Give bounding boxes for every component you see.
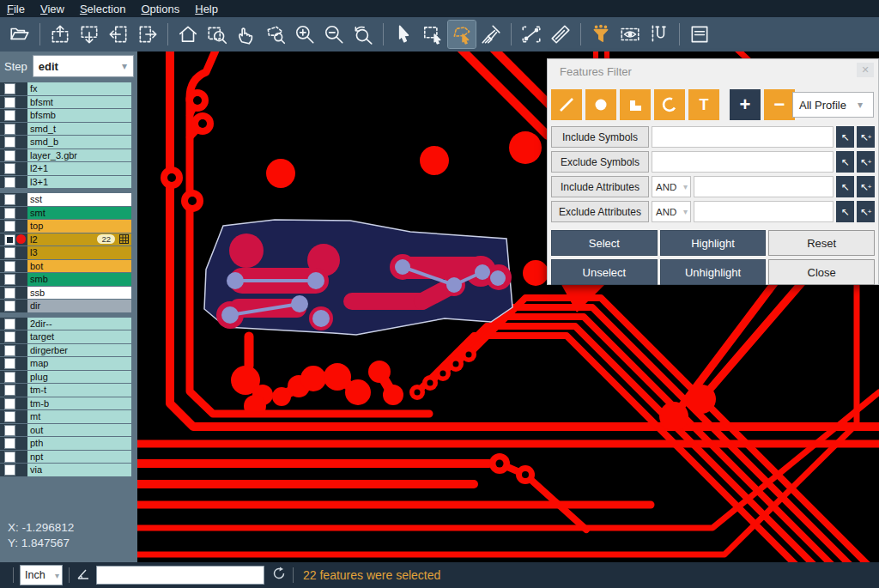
layer-name-strip[interactable]: l3	[27, 246, 131, 259]
layer-name-strip[interactable]: target	[27, 330, 131, 343]
layer-name-strip[interactable]: l222	[27, 233, 131, 246]
include-attributes-operator-dropdown[interactable]: AND ▾	[652, 176, 691, 197]
layer-checkbox[interactable]	[4, 110, 15, 121]
pan-hand-icon[interactable]	[233, 21, 260, 48]
layer-checkbox[interactable]	[4, 300, 15, 312]
refresh-icon[interactable]	[271, 566, 287, 585]
zoom-polygon-icon[interactable]	[262, 21, 289, 48]
exclude-symbols-button[interactable]: Exclude Symbols	[551, 151, 649, 173]
layer-row-bfsmb[interactable]: bfsmb	[0, 109, 137, 122]
layer-name-strip[interactable]: smd_b	[27, 136, 131, 149]
layer-row-smd_b[interactable]: smd_b	[0, 136, 137, 149]
pick-add-symbol-icon[interactable]: ↖+	[857, 151, 875, 173]
highlight-button[interactable]: Highlight	[660, 230, 767, 256]
include-attributes-input[interactable]	[694, 176, 834, 197]
layer-row-pth[interactable]: pth	[0, 437, 137, 450]
measure-icon[interactable]	[518, 21, 545, 48]
layer-checkbox[interactable]	[4, 372, 15, 383]
layer-checkbox[interactable]	[4, 438, 15, 449]
layer-checkbox[interactable]	[4, 150, 15, 161]
layer-name-strip[interactable]: ssb	[27, 287, 131, 300]
clear-brush-icon[interactable]	[477, 21, 505, 48]
layer-row-layer_3.gbr[interactable]: layer_3.gbr	[0, 149, 137, 162]
pick-add-symbol-icon[interactable]: ↖+	[857, 126, 875, 148]
layer-name-strip[interactable]: mt	[27, 410, 131, 423]
layer-row-2dir--[interactable]: 2dir--	[0, 318, 137, 330]
menu-help[interactable]: Help	[195, 3, 218, 15]
menu-view[interactable]: View	[40, 3, 64, 15]
layer-checkbox[interactable]	[4, 234, 15, 246]
layer-checkbox[interactable]	[4, 425, 15, 436]
layer-checkbox[interactable]	[4, 288, 15, 299]
layer-checkbox[interactable]	[4, 247, 15, 258]
select-polygon-icon[interactable]	[448, 21, 476, 48]
remove-filter-button[interactable]: −	[764, 89, 795, 120]
unselect-button[interactable]: Unselect	[551, 259, 658, 285]
layer-checkbox[interactable]	[4, 261, 15, 272]
units-dropdown[interactable]: Inch ▾	[20, 565, 63, 585]
open-folder-icon[interactable]	[6, 21, 33, 48]
layer-row-l2+1[interactable]: l2+1	[0, 162, 137, 175]
include-symbols-button[interactable]: Include Symbols	[551, 126, 649, 148]
layer-row-ssb[interactable]: ssb	[0, 287, 137, 300]
layer-checkbox[interactable]	[4, 163, 15, 174]
layer-checkbox[interactable]	[4, 452, 15, 463]
layer-checkbox[interactable]	[4, 318, 15, 330]
layer-row-smb[interactable]: smb	[0, 273, 137, 286]
layer-checkbox[interactable]	[4, 221, 15, 232]
layer-checkbox[interactable]	[4, 274, 15, 285]
exclude-attributes-operator-dropdown[interactable]: AND ▾	[652, 201, 691, 222]
layer-row-smd_t[interactable]: smd_t	[0, 123, 137, 136]
text-feature-icon[interactable]: T	[688, 89, 719, 120]
command-input[interactable]	[96, 566, 264, 585]
layer-row-dir[interactable]: dir	[0, 300, 137, 312]
zoom-in-icon[interactable]	[291, 21, 318, 48]
layer-checkbox[interactable]	[4, 194, 15, 205]
exclude-symbols-input[interactable]	[652, 151, 834, 173]
close-icon[interactable]: ✕	[857, 63, 874, 77]
step-dropdown[interactable]: edit ▾	[33, 55, 134, 77]
layer-row-dirgerber[interactable]: dirgerber	[0, 344, 137, 357]
surface-feature-icon[interactable]	[620, 89, 651, 120]
layer-name-strip[interactable]: map	[27, 357, 131, 370]
layer-name-strip[interactable]: 2dir--	[27, 318, 131, 330]
include-attributes-button[interactable]: Include Attributes	[551, 176, 649, 197]
arc-feature-icon[interactable]	[654, 89, 685, 120]
layer-name-strip[interactable]: dir	[27, 300, 131, 312]
layer-row-tm-t[interactable]: tm-t	[0, 384, 137, 397]
exclude-attributes-input[interactable]	[694, 201, 834, 222]
grid-icon[interactable]	[119, 234, 129, 244]
view-options-icon[interactable]	[616, 21, 644, 48]
line-feature-icon[interactable]	[551, 89, 582, 120]
pick-add-attribute-icon[interactable]: ↖+	[857, 201, 875, 222]
layer-checkbox[interactable]	[4, 345, 15, 356]
layer-checkbox[interactable]	[4, 97, 15, 108]
layer-row-l3+1[interactable]: l3+1	[0, 176, 137, 189]
layer-checkbox[interactable]	[4, 331, 15, 342]
layer-name-strip[interactable]: pth	[27, 437, 131, 450]
menu-file[interactable]: File	[7, 3, 25, 15]
layer-name-strip[interactable]: bot	[27, 260, 131, 273]
layer-checkbox[interactable]	[4, 208, 15, 219]
pick-symbol-icon[interactable]: ↖	[836, 126, 854, 148]
layer-row-l2[interactable]: l222	[0, 233, 137, 246]
layer-checkbox[interactable]	[4, 358, 15, 369]
layer-name-strip[interactable]: top	[27, 220, 131, 233]
layer-row-fx[interactable]: fx	[0, 82, 137, 95]
layer-checkbox[interactable]	[4, 398, 15, 409]
layer-name-strip[interactable]: smb	[27, 273, 131, 286]
layers-panel-icon[interactable]	[686, 21, 713, 48]
filter-icon[interactable]	[587, 21, 615, 48]
layer-name-strip[interactable]: l2+1	[27, 162, 131, 175]
layer-checkbox[interactable]	[4, 177, 15, 188]
round-feature-icon[interactable]	[585, 89, 616, 120]
close-button[interactable]: Close	[768, 259, 875, 285]
layer-name-strip[interactable]: plug	[27, 371, 131, 384]
layer-name-strip[interactable]: out	[27, 424, 131, 437]
layer-checkbox[interactable]	[4, 124, 15, 135]
pick-symbol-icon[interactable]: ↖	[836, 151, 854, 173]
select-arrow-icon[interactable]	[390, 21, 417, 48]
zoom-window-icon[interactable]	[203, 21, 231, 48]
layer-row-sst[interactable]: sst	[0, 193, 137, 206]
layer-checkbox[interactable]	[4, 411, 15, 422]
